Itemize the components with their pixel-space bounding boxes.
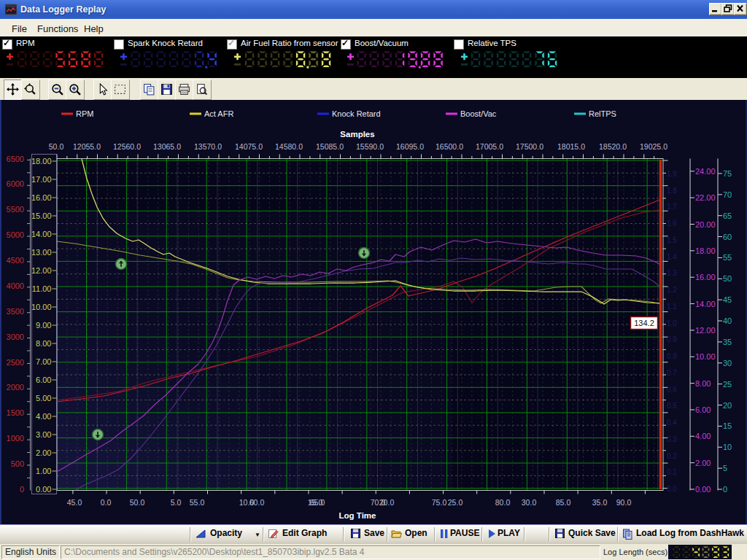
svg-text:20.00: 20.00 [695,220,716,229]
svg-text:1.6: 1.6 [667,219,677,228]
svg-text:60: 60 [723,233,732,241]
svg-text:1500: 1500 [7,408,24,417]
svg-text:Act AFR: Act AFR [204,109,233,118]
svg-text:35: 35 [723,338,732,346]
svg-text:13570.0: 13570.0 [194,142,222,151]
svg-text:16095.0: 16095.0 [396,142,424,151]
svg-text:0.0: 0.0 [101,498,112,507]
svg-text:1.1: 1.1 [667,303,677,311]
svg-text:35.0: 35.0 [592,498,608,507]
svg-text:15: 15 [723,421,732,430]
svg-text:6.00: 6.00 [36,376,51,384]
svg-text:10.0: 10.0 [239,498,255,507]
svg-text:16.00: 16.00 [31,193,52,202]
svg-text:40: 40 [723,316,732,325]
svg-text:6.00: 6.00 [695,405,711,414]
svg-text:0.7: 0.7 [667,369,677,377]
svg-text:45: 45 [723,295,732,304]
svg-text:24.00: 24.00 [695,167,716,176]
svg-text:3500: 3500 [7,307,24,316]
svg-text:65: 65 [723,211,732,220]
svg-text:25: 25 [723,380,732,389]
svg-text:70: 70 [723,190,732,199]
svg-text:50: 50 [723,274,732,283]
svg-text:4.00: 4.00 [36,412,51,421]
svg-text:2500: 2500 [7,358,24,367]
svg-text:RelTPS: RelTPS [589,109,616,118]
svg-text:18.00: 18.00 [695,246,716,255]
svg-text:1.9: 1.9 [667,170,677,178]
svg-text:75.0: 75.0 [432,498,447,507]
svg-text:8.00: 8.00 [695,379,711,388]
svg-text:Log Time: Log Time [339,511,376,520]
svg-text:0.1: 0.1 [667,468,677,476]
svg-text:3.00: 3.00 [36,430,51,439]
svg-text:5.0: 5.0 [171,498,182,507]
svg-text:12.00: 12.00 [31,266,52,275]
svg-text:17.00: 17.00 [31,175,52,184]
svg-text:50.0: 50.0 [130,498,145,507]
svg-text:1000: 1000 [7,434,24,443]
svg-text:4000: 4000 [7,281,24,290]
svg-text:50.0: 50.0 [49,142,64,151]
svg-text:14580.0: 14580.0 [275,142,303,151]
svg-text:18.00: 18.00 [31,157,52,166]
svg-text:4500: 4500 [7,256,24,265]
svg-text:1.8: 1.8 [667,187,677,195]
svg-text:0: 0 [723,485,727,494]
svg-text:8.00: 8.00 [36,339,51,348]
svg-text:0: 0 [20,485,24,494]
svg-text:17500.0: 17500.0 [516,142,543,151]
svg-text:500: 500 [11,459,24,468]
svg-text:0.8: 0.8 [667,352,677,360]
svg-text:2.00: 2.00 [695,459,711,467]
svg-text:2000: 2000 [7,383,24,392]
svg-text:Samples: Samples [340,130,374,139]
svg-text:55.0: 55.0 [190,498,205,507]
svg-text:5000: 5000 [7,230,24,239]
svg-text:1.00: 1.00 [36,467,51,475]
svg-text:55: 55 [723,253,732,262]
svg-text:5: 5 [723,464,727,472]
svg-text:1.0: 1.0 [667,319,677,327]
svg-text:25.0: 25.0 [448,498,463,507]
svg-text:0.00: 0.00 [36,485,51,494]
svg-text:0.4: 0.4 [667,419,677,427]
svg-text:2.00: 2.00 [36,448,51,457]
svg-text:19025.0: 19025.0 [640,142,667,151]
svg-text:9.00: 9.00 [36,321,51,330]
svg-text:90.0: 90.0 [616,498,632,507]
svg-text:20: 20 [723,401,732,410]
svg-text:1.5: 1.5 [667,236,677,244]
svg-text:80.0: 80.0 [495,498,511,507]
svg-text:10.00: 10.00 [31,303,52,311]
svg-text:75: 75 [723,169,732,178]
svg-text:1.7: 1.7 [667,203,677,211]
svg-text:12055.0: 12055.0 [73,142,101,151]
svg-text:1.3: 1.3 [667,269,677,277]
svg-text:14075.0: 14075.0 [235,142,263,151]
svg-text:4.00: 4.00 [695,432,711,440]
svg-text:15.00: 15.00 [31,211,52,220]
svg-text:13065.0: 13065.0 [153,142,181,151]
svg-text:85.0: 85.0 [556,498,571,507]
svg-text:0.0: 0.0 [667,485,677,493]
svg-text:16.00: 16.00 [695,273,716,281]
svg-text:7.00: 7.00 [36,357,51,366]
svg-text:6500: 6500 [7,155,24,163]
svg-text:0.9: 0.9 [667,335,677,343]
svg-text:0.00: 0.00 [695,485,711,494]
svg-text:11.00: 11.00 [32,284,52,293]
svg-text:5.00: 5.00 [36,394,51,402]
svg-text:15085.0: 15085.0 [316,142,344,151]
svg-text:0.2: 0.2 [667,452,677,460]
svg-text:10.00: 10.00 [695,352,716,361]
svg-text:15.0: 15.0 [308,498,323,507]
svg-text:0.6: 0.6 [667,386,677,394]
svg-text:1.2: 1.2 [667,286,677,294]
svg-text:14.00: 14.00 [695,300,716,308]
svg-text:15590.0: 15590.0 [356,142,384,151]
svg-text:1.4: 1.4 [667,253,677,261]
svg-text:Boost/Vac: Boost/Vac [460,109,497,118]
svg-text:0.3: 0.3 [667,435,677,443]
